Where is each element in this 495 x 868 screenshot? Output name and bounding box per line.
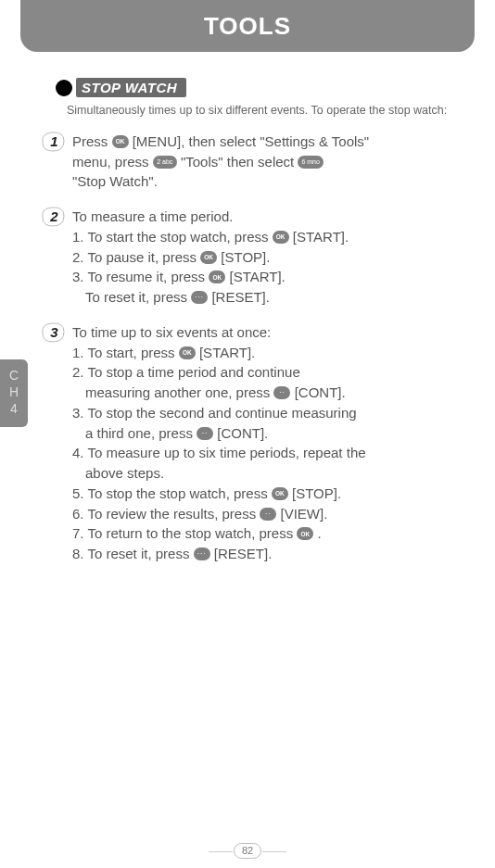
- step-number-badge: 2: [39, 203, 67, 231]
- step-text: 4. To measure up to six time periods, re…: [72, 443, 488, 463]
- key-6-icon: 6 mno: [298, 156, 323, 169]
- intro-text: Simultaneously times up to six different…: [67, 103, 460, 119]
- section-label: STOP WATCH: [56, 78, 495, 97]
- step-text: To measure a time period.: [72, 207, 488, 227]
- step-number-badge: 1: [39, 128, 67, 156]
- softkey-dots-icon: ··: [197, 427, 213, 440]
- step-text: 1. To start the stop watch, press OK [ST…: [72, 227, 488, 247]
- step-text: Press OK [MENU], then select "Settings &…: [72, 132, 488, 152]
- chapter-tab: C H 4: [0, 359, 28, 427]
- step-text: 3. To resume it, press OK [START].: [72, 267, 488, 287]
- step-text: above steps.: [72, 463, 488, 484]
- step-text: 5. To stop the stop watch, press OK [STO…: [72, 484, 488, 504]
- chapter-tab-line: H: [0, 384, 28, 400]
- step-text: a third one, press ·· [CONT].: [72, 423, 488, 444]
- softkey-dots-icon: ··: [273, 386, 290, 399]
- step-number-badge: 3: [39, 319, 67, 346]
- ok-icon: OK: [273, 231, 289, 244]
- page-number-value: 82: [234, 843, 261, 859]
- steps-list: 1 Press OK [MENU], then select "Settings…: [72, 132, 488, 564]
- page: TOOLS STOP WATCH Simultaneously times up…: [0, 0, 495, 868]
- ok-icon: OK: [112, 135, 129, 148]
- softkey-dots-icon: ··: [260, 508, 276, 521]
- page-number: 82: [0, 843, 495, 859]
- chapter-tab-line: 4: [0, 400, 28, 417]
- step-text: To time up to six events at once:: [72, 322, 488, 343]
- step-text: To reset it, press ··· [RESET].: [72, 287, 488, 308]
- ok-icon: OK: [209, 270, 225, 283]
- step-text: 1. To start, press OK [START].: [72, 343, 488, 363]
- section-text: STOP WATCH: [76, 78, 186, 97]
- step-number: 3: [39, 319, 67, 346]
- header-bar: TOOLS: [20, 0, 475, 52]
- step-text: 8. To reset it, press ··· [RESET].: [72, 544, 488, 564]
- step-1: 1 Press OK [MENU], then select "Settings…: [72, 132, 488, 192]
- step-text: 6. To review the results, press ·· [VIEW…: [72, 504, 488, 524]
- ok-icon: OK: [272, 487, 288, 500]
- step-text: 2. To stop a time period and continue: [72, 362, 488, 383]
- key-2-icon: 2 abc: [153, 156, 177, 169]
- step-text: 2. To pause it, press OK [STOP].: [72, 247, 488, 268]
- step-3: 3 To time up to six events at once: 1. T…: [72, 322, 488, 564]
- section-bullet-icon: [56, 80, 72, 96]
- chapter-tab-line: C: [0, 367, 28, 384]
- ok-icon: OK: [200, 251, 217, 264]
- step-number: 2: [39, 203, 67, 231]
- step-number: 1: [39, 128, 67, 156]
- step-text: measuring another one, press ·· [CONT].: [72, 383, 488, 403]
- header-title: TOOLS: [204, 12, 291, 41]
- ok-icon: OK: [179, 346, 196, 359]
- step-text: 7. To return to the stop watch, press OK…: [72, 523, 488, 544]
- ok-icon: OK: [297, 527, 313, 540]
- step-2: 2 To measure a time period. 1. To start …: [72, 207, 488, 308]
- softkey-dots-icon: ···: [191, 291, 208, 304]
- softkey-dots-icon: ···: [194, 547, 210, 560]
- step-text: "Stop Watch".: [72, 171, 488, 192]
- step-text: 3. To stop the second and continue measu…: [72, 403, 488, 423]
- step-text: menu, press 2 abc "Tools" then select 6 …: [72, 152, 488, 172]
